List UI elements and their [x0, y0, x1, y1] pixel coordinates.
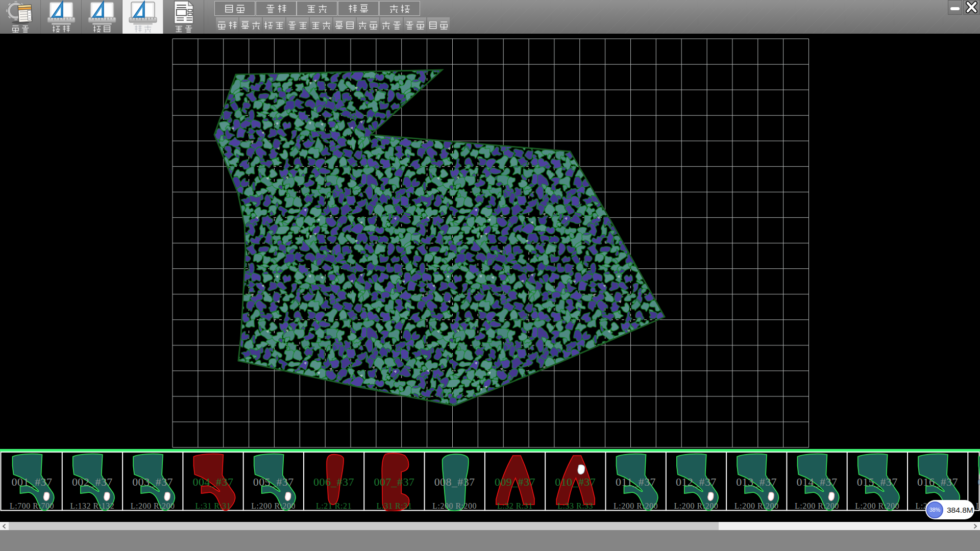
svg-text:006_#37: 006_#37	[313, 475, 354, 488]
svg-text:010_#37: 010_#37	[555, 475, 596, 488]
svg-text:014_#37: 014_#37	[796, 475, 837, 488]
svg-text:009_#37: 009_#37	[495, 475, 535, 488]
svg-text:017_#37: 017_#37	[977, 475, 980, 488]
svg-text:003_#37: 003_#37	[132, 475, 173, 488]
svg-text:L:200 R:200: L:200 R:200	[734, 502, 779, 510]
svg-text:013_#37: 013_#37	[736, 475, 777, 488]
svg-text:L:200 R:200: L:200 R:200	[131, 502, 175, 510]
svg-text:015_#37: 015_#37	[857, 475, 898, 488]
svg-text:L:32 R:31: L:32 R:31	[497, 502, 533, 510]
svg-text:L:200 R:200: L:200 R:200	[251, 502, 296, 510]
svg-text:002_#37: 002_#37	[72, 475, 113, 488]
svg-text:L:700 R:700: L:700 R:700	[10, 502, 54, 510]
svg-text:005_#37: 005_#37	[253, 475, 294, 488]
svg-text:L:200 R:200: L:200 R:200	[432, 502, 477, 510]
svg-text:008_#37: 008_#37	[434, 475, 475, 488]
svg-text:L:200 R:200: L:200 R:200	[795, 502, 839, 510]
svg-text:L:200 R:200: L:200 R:200	[674, 502, 718, 510]
svg-text:L:200 R:200: L:200 R:200	[855, 502, 899, 510]
svg-text:L:33 R:33: L:33 R:33	[557, 502, 593, 510]
svg-text:007_#37: 007_#37	[374, 475, 414, 488]
svg-text:L:31 R:31: L:31 R:31	[376, 502, 412, 510]
svg-text:L:21 R:21: L:21 R:21	[316, 502, 352, 510]
svg-text:016_#37: 016_#37	[917, 475, 958, 488]
svg-text:011_#37: 011_#37	[616, 475, 656, 488]
svg-text:L:200 R:200: L:200 R:200	[614, 502, 658, 510]
svg-text:L:31 R:31: L:31 R:31	[195, 502, 231, 510]
svg-text:L:200 R:200: L:200 R:200	[976, 502, 980, 510]
svg-text:L:132 R:132: L:132 R:132	[70, 502, 114, 510]
svg-text:012_#37: 012_#37	[676, 475, 717, 488]
svg-text:004_#37: 004_#37	[192, 475, 233, 488]
svg-text:001_#37: 001_#37	[12, 475, 53, 488]
